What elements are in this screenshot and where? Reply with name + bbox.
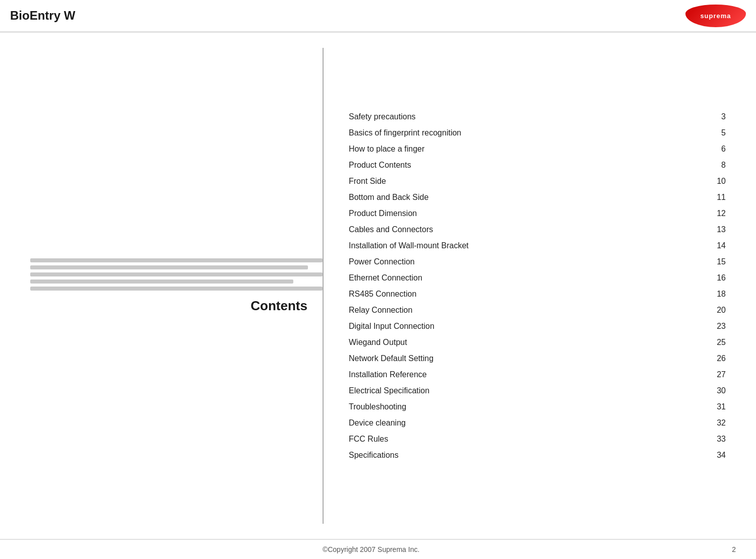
toc-item-page: 13 — [711, 225, 726, 234]
toc-item-page: 11 — [711, 193, 726, 202]
contents-label: Contents — [30, 298, 323, 314]
toc-item[interactable]: Safety precautions3 — [349, 109, 726, 125]
toc-item-page: 23 — [711, 322, 726, 331]
toc-item-name: Installation of Wall-mount Bracket — [349, 241, 469, 250]
toc-item-page: 18 — [711, 290, 726, 299]
toc-item-name: Power Connection — [349, 257, 415, 266]
toc-item-page: 15 — [711, 257, 726, 266]
toc-item-page: 6 — [711, 145, 726, 154]
toc-item[interactable]: Device cleaning32 — [349, 415, 726, 431]
toc-item[interactable]: Wiegand Output25 — [349, 334, 726, 351]
suprema-logo: suprema — [685, 5, 746, 27]
toc-item-page: 25 — [711, 338, 726, 347]
contents-line-1 — [30, 258, 323, 262]
contents-line-3 — [30, 272, 323, 276]
footer-copyright: ©Copyright 2007 Suprema Inc. — [10, 545, 732, 553]
toc-item-name: Relay Connection — [349, 306, 412, 315]
contents-line-4 — [30, 280, 293, 284]
contents-line-2 — [30, 265, 308, 269]
toc-item[interactable]: Product Dimension12 — [349, 205, 726, 222]
toc-item-name: Network Default Setting — [349, 354, 433, 363]
toc-item[interactable]: Power Connection15 — [349, 254, 726, 270]
toc-item[interactable]: Front Side10 — [349, 173, 726, 189]
toc-item-name: RS485 Connection — [349, 290, 416, 299]
page-title: BioEntry W — [10, 9, 75, 23]
toc-item-name: Device cleaning — [349, 418, 406, 428]
toc-item-name: Front Side — [349, 177, 386, 186]
toc-item-name: Wiegand Output — [349, 338, 407, 347]
toc-item-name: Ethernet Connection — [349, 273, 422, 283]
toc: Safety precautions3Basics of fingerprint… — [324, 33, 756, 539]
toc-item[interactable]: Network Default Setting26 — [349, 351, 726, 367]
toc-item[interactable]: Basics of fingerprint recognition5 — [349, 125, 726, 141]
toc-item-name: How to place a finger — [349, 145, 424, 154]
footer-page-number: 2 — [732, 545, 746, 553]
toc-item[interactable]: Ethernet Connection16 — [349, 270, 726, 286]
toc-item-name: FCC Rules — [349, 435, 388, 444]
toc-item-name: Basics of fingerprint recognition — [349, 128, 461, 137]
footer: ©Copyright 2007 Suprema Inc. 2 — [0, 539, 756, 559]
toc-item-name: Product Dimension — [349, 209, 417, 218]
toc-item-page: 33 — [711, 435, 726, 444]
toc-item-page: 34 — [711, 451, 726, 460]
toc-item-name: Bottom and Back Side — [349, 193, 428, 202]
toc-item-page: 26 — [711, 354, 726, 363]
main-content: Contents Safety precautions3Basics of fi… — [0, 33, 756, 539]
toc-item-name: Product Contents — [349, 161, 411, 170]
contents-lines — [30, 258, 323, 291]
toc-item-name: Specifications — [349, 451, 399, 460]
toc-item[interactable]: RS485 Connection18 — [349, 286, 726, 302]
toc-item-page: 14 — [711, 241, 726, 250]
toc-item[interactable]: Troubleshooting31 — [349, 399, 726, 415]
toc-item[interactable]: Installation Reference27 — [349, 367, 726, 383]
contents-block: Contents — [30, 248, 323, 324]
left-panel: Contents — [0, 33, 323, 539]
toc-item[interactable]: Installation of Wall-mount Bracket14 — [349, 238, 726, 254]
toc-item-name: Cables and Connectors — [349, 225, 433, 234]
toc-item-page: 5 — [711, 128, 726, 137]
toc-item[interactable]: Digital Input Connection23 — [349, 318, 726, 334]
toc-item-page: 27 — [711, 370, 726, 379]
toc-item[interactable]: Bottom and Back Side11 — [349, 189, 726, 205]
toc-item-name: Digital Input Connection — [349, 322, 434, 331]
toc-item[interactable]: How to place a finger6 — [349, 141, 726, 157]
toc-item-page: 30 — [711, 386, 726, 395]
toc-item[interactable]: FCC Rules33 — [349, 431, 726, 447]
toc-item-page: 8 — [711, 161, 726, 170]
toc-item-page: 12 — [711, 209, 726, 218]
toc-item-page: 20 — [711, 306, 726, 315]
toc-item-page: 3 — [711, 112, 726, 121]
toc-item[interactable]: Electrical Specification30 — [349, 383, 726, 399]
toc-item-name: Safety precautions — [349, 112, 416, 121]
toc-item-page: 32 — [711, 418, 726, 428]
contents-line-5 — [30, 287, 323, 291]
toc-item[interactable]: Specifications34 — [349, 447, 726, 463]
toc-item-page: 10 — [711, 177, 726, 186]
toc-item[interactable]: Product Contents8 — [349, 157, 726, 173]
toc-item-page: 16 — [711, 273, 726, 283]
toc-item[interactable]: Cables and Connectors13 — [349, 222, 726, 238]
toc-item[interactable]: Relay Connection20 — [349, 302, 726, 318]
toc-item-name: Electrical Specification — [349, 386, 429, 395]
toc-item-name: Troubleshooting — [349, 402, 406, 411]
toc-item-page: 31 — [711, 402, 726, 411]
toc-item-name: Installation Reference — [349, 370, 427, 379]
header: BioEntry W suprema — [0, 0, 756, 33]
